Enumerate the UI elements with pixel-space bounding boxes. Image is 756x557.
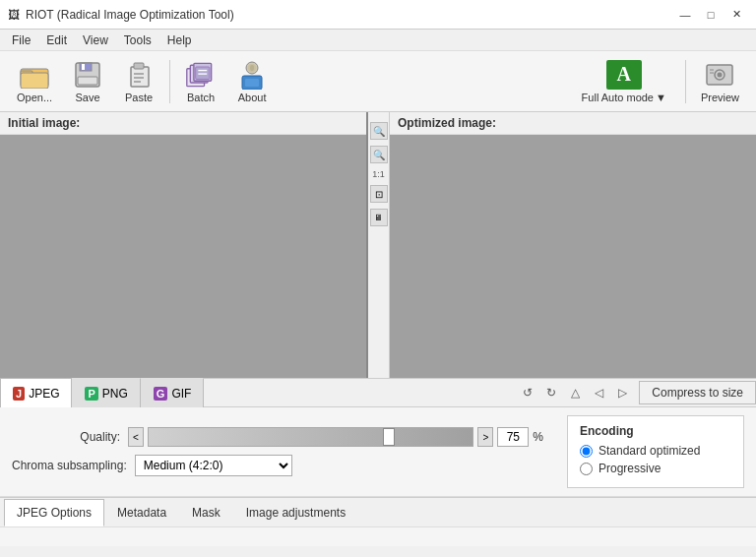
batch-button[interactable]: Batch [176, 55, 225, 108]
tab-gif[interactable]: G GIF [141, 378, 205, 407]
bottom-tab-metadata[interactable]: Metadata [104, 499, 179, 526]
mask-tab-label: Mask [192, 506, 220, 520]
fit-window-button[interactable]: ⊡ [370, 185, 388, 203]
svg-rect-11 [134, 81, 141, 83]
image-area: Initial image: 🔍 🔍 1:1 ⊡ 🖥 Optimized ima… [0, 112, 756, 378]
quality-slider-area: < > 75 % [128, 427, 543, 447]
about-icon [236, 60, 268, 90]
zoom-out-button[interactable]: 🔍 [370, 146, 388, 163]
flip-vertical-button[interactable]: △ [564, 382, 586, 403]
undo-redo-area: ↺ ↻ △ ◁ ▷ [511, 382, 639, 403]
svg-rect-6 [78, 77, 97, 85]
quality-percent-label: % [533, 430, 543, 444]
gif-tab-icon: G [154, 387, 168, 401]
full-auto-button[interactable]: A Full Auto mode ▼ [569, 55, 679, 108]
bottom-tabs: JPEG Options Metadata Mask Image adjustm… [0, 497, 756, 526]
tab-png[interactable]: P PNG [72, 378, 140, 407]
about-label: About [238, 92, 267, 103]
bottom-tab-mask[interactable]: Mask [179, 499, 233, 526]
zoom-in-button[interactable]: 🔍 [370, 122, 388, 140]
svg-rect-4 [80, 63, 92, 71]
flip-horizontal-left-button[interactable]: ◁ [588, 382, 609, 403]
title-bar: 🖼 RIOT (Radical Image Optimization Tool)… [0, 0, 756, 30]
chroma-subsampling-select[interactable]: None (4:4:4) Low (4:2:2) Medium (4:2:0) … [135, 455, 292, 476]
chroma-label: Chroma subsampling: [12, 459, 127, 472]
encoding-standard-label: Standard optimized [598, 444, 700, 458]
full-auto-arrow: ▼ [656, 92, 666, 103]
png-tab-icon: P [85, 387, 97, 401]
menu-help[interactable]: Help [159, 31, 200, 49]
encoding-progressive-label: Progressive [598, 462, 661, 475]
full-auto-icon: A [606, 60, 642, 90]
save-button[interactable]: Save [63, 55, 112, 108]
display-icon: 🖥 [374, 213, 383, 222]
svg-rect-5 [82, 64, 85, 70]
compress-to-size-button[interactable]: Compress to size [639, 381, 756, 404]
zoom-in-icon: 🔍 [373, 126, 385, 137]
quality-row: Quality: < > 75 % [12, 427, 543, 447]
left-options: Quality: < > 75 % Chroma subsampling: No… [12, 427, 543, 476]
open-icon [19, 60, 50, 90]
quality-decrease-button[interactable]: < [128, 427, 144, 447]
save-icon [72, 60, 103, 90]
title-bar-controls: — □ ✕ [673, 5, 748, 25]
menu-tools[interactable]: Tools [116, 31, 159, 49]
optimized-canvas [390, 135, 756, 378]
quality-slider[interactable] [148, 427, 473, 447]
save-label: Save [76, 92, 100, 103]
tab-jpeg[interactable]: J JPEG [0, 378, 72, 407]
app-title: RIOT (Radical Image Optimization Tool) [26, 8, 234, 22]
batch-icon [185, 60, 217, 90]
close-button[interactable]: ✕ [724, 5, 748, 25]
png-tab-label: PNG [102, 387, 128, 401]
minimize-button[interactable]: — [673, 5, 697, 25]
jpeg-options-tab-label: JPEG Options [17, 506, 92, 520]
undo-button[interactable]: ↺ [517, 382, 538, 403]
encoding-progressive-radio[interactable] [580, 463, 593, 475]
encoding-standard-radio[interactable] [580, 445, 593, 458]
svg-rect-2 [21, 73, 48, 89]
zoom-1-1-label: 1:1 [372, 169, 385, 179]
flip-horizontal-right-button[interactable]: ▷ [611, 382, 633, 403]
options-area: Quality: < > 75 % Chroma subsampling: No… [0, 407, 756, 497]
initial-canvas [0, 135, 366, 378]
paste-button[interactable]: Paste [114, 55, 163, 108]
preview-button[interactable]: Preview [692, 55, 748, 108]
svg-rect-22 [245, 79, 259, 87]
quality-increase-button[interactable]: > [477, 427, 493, 447]
app-icon: 🖼 [8, 8, 20, 22]
image-adjustments-tab-label: Image adjustments [246, 506, 346, 520]
chroma-row: Chroma subsampling: None (4:4:4) Low (4:… [12, 455, 543, 476]
menu-file[interactable]: File [4, 31, 38, 49]
full-auto-label: Full Auto mode [582, 92, 654, 103]
menu-edit[interactable]: Edit [38, 31, 75, 49]
display-button[interactable]: 🖥 [370, 209, 388, 226]
redo-button[interactable]: ↻ [540, 382, 562, 403]
about-button[interactable]: About [227, 55, 277, 108]
svg-rect-9 [134, 73, 144, 75]
format-tabs-bar: J JPEG P PNG G GIF ↺ ↻ △ ◁ ▷ Compress to… [0, 378, 756, 407]
toolbar-separator-2 [685, 60, 686, 103]
open-label: Open... [17, 92, 52, 103]
batch-label: Batch [187, 92, 215, 103]
toolbar: Open... Save Paste [0, 51, 756, 112]
quality-label: Quality: [12, 430, 120, 444]
optimized-pane: Optimized image: [390, 112, 756, 378]
quality-value-display: 75 [497, 427, 529, 447]
metadata-tab-label: Metadata [117, 506, 166, 520]
paste-icon [123, 60, 155, 90]
status-bar [0, 526, 756, 546]
open-button[interactable]: Open... [8, 55, 61, 108]
bottom-tab-jpeg-options[interactable]: JPEG Options [4, 499, 104, 526]
fit-window-icon: ⊡ [375, 189, 383, 200]
status-text [8, 531, 11, 543]
preview-label: Preview [701, 92, 739, 103]
encoding-standard-row: Standard optimized [580, 444, 731, 458]
title-bar-left: 🖼 RIOT (Radical Image Optimization Tool) [8, 8, 234, 22]
encoding-progressive-row: Progressive [580, 462, 731, 475]
maximize-button[interactable]: □ [699, 5, 723, 25]
initial-image-label: Initial image: [0, 112, 366, 135]
bottom-tab-image-adjustments[interactable]: Image adjustments [233, 499, 358, 526]
svg-rect-15 [196, 67, 210, 79]
menu-view[interactable]: View [75, 31, 116, 49]
